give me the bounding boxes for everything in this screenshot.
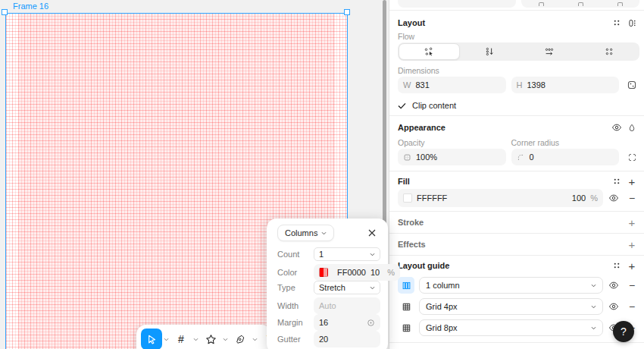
- fill-swatch[interactable]: [403, 193, 412, 203]
- star-icon: [205, 334, 217, 345]
- flow-label: Flow: [398, 32, 639, 41]
- guide-select-1-column[interactable]: 1 column: [419, 277, 603, 294]
- add-layout-guide-icon[interactable]: +: [624, 258, 639, 273]
- chevron-down-icon: [591, 284, 596, 288]
- grid-styles-icon[interactable]: [609, 15, 624, 30]
- opacity-field[interactable]: 100%: [398, 149, 506, 165]
- flip-horizontal-icon[interactable]: [578, 2, 583, 6]
- fill-percent-sign: %: [590, 193, 598, 203]
- rotation-icon[interactable]: [539, 2, 544, 6]
- shape-tool-button[interactable]: [200, 329, 221, 349]
- fill-visibility-eye-icon[interactable]: [606, 190, 621, 206]
- columns-guide-icon[interactable]: [398, 277, 414, 294]
- guide-select-grid-8px[interactable]: Grid 8px: [419, 319, 603, 336]
- fill-styles-icon[interactable]: [609, 174, 624, 189]
- help-button[interactable]: ?: [613, 321, 634, 342]
- blend-mode-icon[interactable]: [624, 120, 639, 135]
- guide-type-label: Columns: [285, 228, 317, 237]
- auto-layout-icon[interactable]: [624, 15, 639, 30]
- gutter-value: 20: [319, 335, 328, 344]
- variable-icon[interactable]: [367, 319, 375, 327]
- cursor-icon: [146, 334, 157, 344]
- height-value: 1398: [527, 80, 545, 90]
- gutter-label: Gutter: [277, 335, 314, 344]
- effects-section: Effects +: [389, 234, 644, 256]
- flow-freeform-option[interactable]: [399, 43, 460, 60]
- effects-section-title: Effects: [398, 240, 426, 249]
- fill-section-title: Fill: [398, 177, 410, 186]
- width-input[interactable]: Auto: [314, 297, 380, 314]
- shape-tool-caret[interactable]: [222, 329, 229, 349]
- chevron-down-icon: [591, 305, 596, 309]
- add-fill-icon[interactable]: +: [624, 174, 639, 189]
- margin-input[interactable]: 16: [314, 314, 380, 331]
- width-value: 831: [415, 80, 429, 90]
- selection-handle-top-right[interactable]: [344, 9, 350, 15]
- flow-horizontal-option[interactable]: [520, 43, 580, 60]
- color-input[interactable]: FF0000 10 %: [314, 264, 400, 281]
- selection-handle-top-left[interactable]: [2, 9, 8, 15]
- corner-radius-field[interactable]: 0: [511, 149, 620, 165]
- count-value: 1: [319, 250, 324, 259]
- gutter-input[interactable]: 20: [314, 331, 380, 347]
- remove-guide-icon[interactable]: −: [624, 299, 639, 314]
- type-value: Stretch: [319, 283, 345, 292]
- flip-vertical-icon[interactable]: [617, 2, 623, 6]
- constrain-proportions-icon[interactable]: [624, 77, 639, 93]
- color-label: Color: [277, 268, 314, 277]
- opacity-value: 100%: [416, 152, 437, 162]
- fill-hex-value[interactable]: FFFFFF: [417, 193, 447, 203]
- guide-visibility-eye-icon[interactable]: [606, 278, 621, 293]
- guide-type-dropdown[interactable]: Columns: [277, 225, 334, 241]
- height-field[interactable]: H 1398: [511, 77, 620, 93]
- grid-guide-icon[interactable]: [398, 319, 414, 336]
- cutoff-field-left[interactable]: [398, 0, 516, 8]
- appearance-section-title: Appearance: [398, 123, 445, 132]
- export-section: Export +: [389, 343, 644, 349]
- layout-section: Layout Flow: [389, 11, 644, 116]
- pen-tool-caret[interactable]: [252, 329, 258, 349]
- checkmark-icon: [398, 102, 406, 109]
- fill-color-input[interactable]: FFFFFF 100 %: [398, 189, 603, 207]
- move-tool-button[interactable]: [141, 329, 162, 349]
- opacity-icon: [403, 153, 411, 162]
- count-dropdown[interactable]: 1: [314, 247, 380, 261]
- guide-name: Grid 8px: [426, 323, 458, 332]
- width-field[interactable]: W 831: [398, 77, 506, 93]
- add-stroke-icon[interactable]: +: [624, 215, 639, 230]
- dimensions-label: Dimensions: [398, 66, 639, 75]
- frame-tool-button[interactable]: #: [170, 329, 192, 349]
- eye-icon[interactable]: [609, 120, 624, 135]
- color-hex-value[interactable]: FF0000: [337, 268, 366, 277]
- stroke-section: Stroke +: [389, 212, 644, 234]
- chevron-down-icon: [370, 253, 375, 256]
- remove-fill-icon[interactable]: −: [624, 190, 639, 206]
- frame-name-label[interactable]: Frame 16: [13, 2, 48, 11]
- pen-tool-button[interactable]: [230, 329, 251, 349]
- grid-guide-icon[interactable]: [398, 298, 414, 315]
- flow-vertical-option[interactable]: [460, 43, 520, 60]
- close-icon[interactable]: [365, 226, 379, 240]
- guide-select-grid-4px[interactable]: Grid 4px: [419, 298, 603, 315]
- color-opacity-value[interactable]: 10: [370, 268, 380, 277]
- cutoff-field-right[interactable]: [521, 0, 639, 8]
- type-dropdown[interactable]: Stretch: [314, 281, 380, 294]
- chevron-down-icon: [591, 326, 596, 330]
- move-tool-caret[interactable]: [163, 329, 170, 349]
- figma-window: Frame 16 # T: [0, 0, 644, 349]
- color-swatch[interactable]: [319, 268, 328, 277]
- clip-content-checkbox[interactable]: Clip content: [398, 100, 639, 111]
- flow-grid-option[interactable]: [579, 43, 639, 60]
- pen-icon: [235, 334, 245, 344]
- margin-value: 16: [319, 318, 328, 327]
- appearance-section: Appearance Opacity Corner radius 100%: [389, 116, 644, 171]
- independent-corners-icon[interactable]: [624, 149, 639, 165]
- fill-opacity-value[interactable]: 100: [572, 193, 586, 203]
- frame-tool-caret[interactable]: [192, 329, 199, 349]
- add-effect-icon[interactable]: +: [624, 237, 639, 252]
- guide-visibility-eye-icon[interactable]: [606, 299, 621, 314]
- remove-guide-icon[interactable]: −: [624, 278, 639, 293]
- guide-styles-icon[interactable]: [609, 258, 624, 273]
- position-row-cutoff: [389, 0, 644, 11]
- width-label: Width: [277, 301, 314, 310]
